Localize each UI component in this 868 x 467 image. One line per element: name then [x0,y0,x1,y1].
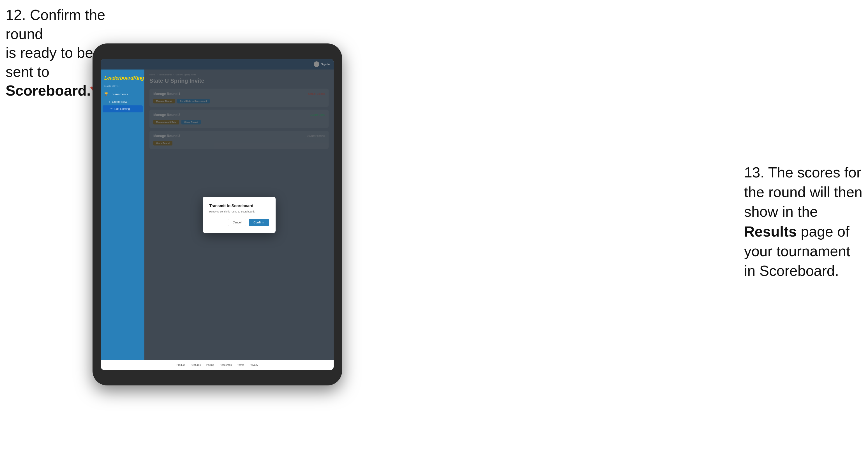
footer-terms[interactable]: Terms [238,364,245,366]
annotation-line3: Scoreboard. [6,83,91,99]
modal-title: Transmit to Scoreboard [210,204,269,208]
tablet-screen: Sign In LeaderboardKing MAIN MENU 🏆 Tour… [101,59,334,370]
sidebar-item-create-new-label: Create New [112,100,127,103]
transmit-modal: Transmit to Scoreboard Ready to send thi… [203,197,276,233]
logo-text1: Leaderboard [104,75,133,81]
annotation-right-bold: Results [744,223,797,240]
sidebar-item-tournaments[interactable]: 🏆 Tournaments [101,90,145,98]
annotation-right-line3: show in the [744,204,818,220]
annotation-right: 13. The scores for the round will then s… [744,163,862,281]
tablet-device: Sign In LeaderboardKing MAIN MENU 🏆 Tour… [93,43,342,385]
plus-icon: + [109,100,111,103]
sidebar-item-edit-existing-label: Edit Existing [114,107,130,111]
main-layout: LeaderboardKing MAIN MENU 🏆 Tournaments … [101,69,334,370]
footer-pricing[interactable]: Pricing [206,364,214,366]
confirm-button[interactable]: Confirm [249,219,269,226]
sidebar-item-tournaments-label: Tournaments [110,93,128,96]
content-area: Home › Tournaments › State U Spring Invi… [145,69,334,360]
annotation-right-line5: your tournament [744,243,850,259]
signin-area[interactable]: Sign In [314,61,330,67]
cancel-button[interactable]: Cancel [228,219,246,226]
top-bar: Sign In [101,59,334,69]
annotation-right-line1: 13. The scores for [744,164,861,181]
main-menu-label: MAIN MENU [101,85,145,90]
footer-features[interactable]: Features [191,364,201,366]
annotation-right-line6: in Scoreboard. [744,263,839,279]
annotation-line2: is ready to be sent to [6,44,93,80]
modal-buttons: Cancel Confirm [210,219,269,226]
signin-label[interactable]: Sign In [321,63,330,66]
footer-privacy[interactable]: Privacy [250,364,258,366]
modal-subtitle: Ready to send this round to Scoreboard? [210,210,269,213]
footer-product[interactable]: Product [176,364,185,366]
logo-text2: King [133,75,144,81]
footer-resources[interactable]: Resources [220,364,232,366]
logo: LeaderboardKing [104,75,141,81]
sidebar: LeaderboardKing MAIN MENU 🏆 Tournaments … [101,69,145,360]
avatar [314,61,319,67]
annotation-right-line2: the round will then [744,184,862,200]
sidebar-logo: LeaderboardKing [101,73,145,85]
annotation-line1: 12. Confirm the round [6,7,105,42]
footer: Product Features Pricing Resources Terms… [101,360,334,370]
annotation-right-line4-rest: page of [797,223,849,240]
sidebar-item-create-new[interactable]: + Create New [101,98,145,105]
sidebar-item-edit-existing[interactable]: ✏ Edit Existing [103,105,143,113]
edit-icon: ✏ [111,107,113,111]
modal-overlay: Transmit to Scoreboard Ready to send thi… [145,69,334,360]
trophy-icon: 🏆 [104,92,108,96]
